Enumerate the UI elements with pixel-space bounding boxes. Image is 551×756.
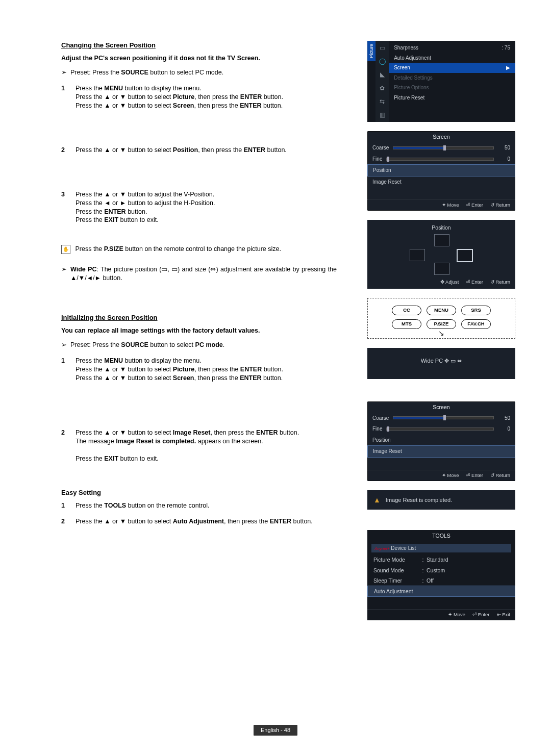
t: 0 [498, 156, 510, 163]
t: Image Reset is completed. [386, 496, 452, 504]
t: Press the ◄ or ► button to adjust the H-… [76, 199, 215, 207]
t: ENTER [256, 429, 278, 436]
t: Sleep Timer [373, 577, 419, 584]
t: button. [291, 518, 313, 525]
t: The message [76, 438, 116, 445]
t: Picture [173, 93, 194, 100]
t: Press the ▲ or ▼ button to select [76, 93, 173, 100]
t: P.SIZE [104, 245, 123, 253]
t: ENTER [240, 93, 262, 100]
t: 50 [498, 144, 510, 152]
osd-title: TOOLS [367, 530, 515, 541]
picture-tab: Picture [367, 41, 375, 61]
t: Screen [173, 374, 194, 382]
menu-sidebar-icons: ▭ ◯ ◣ ✿ ⇆ ▥ [375, 41, 389, 122]
t: Sound Mode [373, 567, 419, 574]
sec3-steps: 1 Press the TOOLS button on the remote c… [61, 501, 337, 526]
t: button on the remote control to change t… [123, 245, 281, 253]
t: ENTER [270, 518, 291, 525]
srs-button: SRS [461, 306, 491, 315]
t: Detailed Settings [394, 74, 433, 82]
t: ✦ Move [448, 612, 465, 618]
t: Auto Adjustment [173, 518, 224, 525]
t: button. [262, 374, 283, 382]
t: , then press the [210, 429, 256, 436]
t: Screen [394, 64, 410, 71]
t: ↺ Return [490, 279, 510, 286]
t: Press the [76, 85, 104, 92]
t: , then press the [198, 146, 244, 154]
t: Picture [173, 366, 194, 373]
t: appears on the screen. [196, 438, 263, 445]
t: Fine [372, 156, 382, 163]
input-icon: ⇆ [380, 97, 385, 106]
t: , then press the [194, 366, 240, 373]
psize-note: ✋ Press the P.SIZE button on the remote … [61, 245, 337, 254]
sec2-sub: You can replace all image settings with … [61, 326, 337, 335]
t: Auto Adjustment [394, 55, 431, 62]
t: Press the [76, 357, 104, 364]
picture-menu-osd: Picture ▭ ◯ ◣ ✿ ⇆ ▥ Sharpness: 75 Auto A… [367, 41, 515, 122]
screen-row-selected: Screen▶ [389, 63, 515, 73]
sec2-steps: 1 Press the MENU button to display the m… [61, 357, 337, 463]
widepc-note: Wide PC: The picture position (▭, ▭) and… [61, 265, 337, 283]
dpad-right-icon [457, 249, 473, 262]
sec1-sub: Adjust the PC's screen positioning if it… [61, 54, 337, 63]
t: Image Reset [373, 448, 402, 455]
t: EXIT [104, 216, 118, 223]
t: Wide PC [70, 266, 96, 273]
sec1-preset: Preset: Press the SOURCE button to selec… [61, 68, 337, 77]
sec3-title: Easy Setting [61, 488, 337, 497]
t: , then press the [224, 518, 270, 525]
sec2-preset: Preset: Press the SOURCE button to selec… [61, 341, 337, 349]
tools-osd: TOOLS Anynet+ Device List Picture Mode:S… [367, 530, 515, 620]
t: Press the ▲ or ▼ button to select [76, 102, 173, 109]
main-text-column: Changing the Screen Position Adjust the … [61, 41, 337, 546]
t: , then press the [194, 102, 240, 109]
t: button to exit. [118, 216, 159, 223]
page-number-badge: English - 48 [254, 725, 297, 736]
t: ✦ Move [442, 472, 459, 479]
t: EXIT [104, 455, 118, 462]
dpad-up-icon [434, 234, 449, 246]
t: button. [262, 102, 283, 109]
t: Auto Adjustment [374, 588, 413, 595]
t: Sharpness [394, 44, 418, 52]
anynet-row: Anynet+ Device List [371, 544, 511, 553]
t: Standard [427, 556, 448, 563]
t: Custom [427, 567, 445, 574]
t: button. [262, 366, 283, 373]
osd-title: Screen [367, 131, 515, 142]
t: Press the ▲ or ▼ button to select [76, 146, 173, 154]
t: Position [373, 167, 391, 174]
t: : 75 [502, 44, 510, 52]
t: Press the ▲ or ▼ button to adjust the V-… [76, 191, 214, 198]
t: Press the ▲ or ▼ button to select [76, 374, 173, 382]
t: Position [372, 437, 391, 444]
t: Picture Mode [373, 556, 419, 563]
osd-title: Screen [367, 401, 515, 413]
gear-icon: ✿ [380, 84, 385, 92]
sec2-title: Initializing the Screen Position [61, 313, 337, 322]
t: Fine [372, 425, 382, 433]
t: 0 [498, 425, 510, 433]
psize-button: P.SIZE [427, 319, 456, 329]
t: button. [126, 208, 147, 215]
t: Image Reset [173, 429, 211, 436]
t: ENTER [240, 102, 261, 109]
t: Press the [76, 502, 104, 509]
t: , then press the [194, 93, 240, 100]
t: ENTER [104, 208, 126, 215]
t: ↺ Return [490, 202, 510, 209]
t: Preset: Press the [70, 69, 121, 76]
t: ⏎ Enter [466, 279, 483, 286]
t: Press the [76, 216, 104, 223]
t: Screen [173, 102, 194, 109]
t: Coarse [372, 415, 389, 422]
t: Press the [76, 208, 104, 215]
app-icon: ▥ [380, 111, 385, 119]
t: button to display the menu. [123, 85, 202, 92]
t: ⏎ Enter [466, 472, 483, 479]
t: Image Reset is completed. [116, 438, 196, 445]
t: ENTER [240, 374, 261, 382]
